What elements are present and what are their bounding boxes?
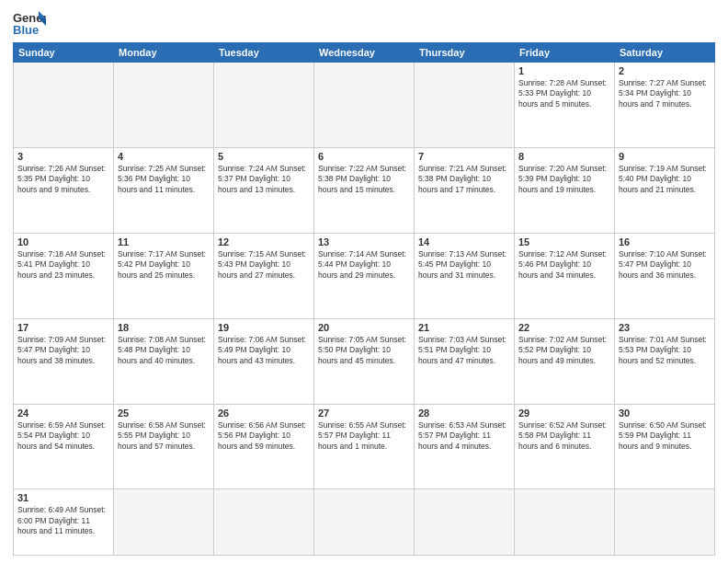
day-info: Sunrise: 7:25 AM Sunset: 5:36 PM Dayligh… [118,164,210,195]
day-info: Sunrise: 7:13 AM Sunset: 5:45 PM Dayligh… [418,249,510,281]
col-header-saturday: Saturday [615,43,715,63]
day-info: Sunrise: 7:12 AM Sunset: 5:46 PM Dayligh… [518,249,610,281]
day-info: Sunrise: 7:28 AM Sunset: 5:33 PM Dayligh… [518,78,610,109]
day-number: 18 [118,322,210,333]
day-info: Sunrise: 7:17 AM Sunset: 5:42 PM Dayligh… [118,249,210,281]
calendar-day-cell: 1Sunrise: 7:28 AM Sunset: 5:33 PM Daylig… [515,63,615,148]
day-info: Sunrise: 6:53 AM Sunset: 5:57 PM Dayligh… [418,420,510,452]
day-number: 10 [17,236,109,247]
calendar-day-cell: 24Sunrise: 6:59 AM Sunset: 5:54 PM Dayli… [14,404,114,489]
day-number: 21 [418,322,510,333]
calendar-day-cell: 27Sunrise: 6:55 AM Sunset: 5:57 PM Dayli… [314,404,415,489]
day-number: 23 [619,322,711,333]
header: General Blue [13,9,715,37]
day-info: Sunrise: 6:50 AM Sunset: 5:59 PM Dayligh… [619,420,711,452]
day-number: 19 [218,322,310,333]
calendar-day-cell [114,489,214,556]
calendar-day-cell: 13Sunrise: 7:14 AM Sunset: 5:44 PM Dayli… [314,233,415,318]
calendar-day-cell: 20Sunrise: 7:05 AM Sunset: 5:50 PM Dayli… [314,318,415,404]
day-info: Sunrise: 7:22 AM Sunset: 5:38 PM Dayligh… [318,164,410,195]
calendar-week-row: 31Sunrise: 6:49 AM Sunset: 6:00 PM Dayli… [14,489,715,556]
day-info: Sunrise: 7:01 AM Sunset: 5:53 PM Dayligh… [619,335,711,366]
day-info: Sunrise: 6:58 AM Sunset: 5:55 PM Dayligh… [118,420,210,452]
day-info: Sunrise: 7:24 AM Sunset: 5:37 PM Dayligh… [218,164,310,195]
day-info: Sunrise: 6:55 AM Sunset: 5:57 PM Dayligh… [318,420,410,452]
day-info: Sunrise: 6:49 AM Sunset: 6:00 PM Dayligh… [17,505,109,536]
day-info: Sunrise: 7:02 AM Sunset: 5:52 PM Dayligh… [518,335,610,366]
calendar-day-cell [415,63,515,148]
calendar-day-cell: 14Sunrise: 7:13 AM Sunset: 5:45 PM Dayli… [415,233,515,318]
day-number: 7 [418,151,510,162]
calendar-week-row: 3Sunrise: 7:26 AM Sunset: 5:35 PM Daylig… [14,147,715,233]
calendar-page: General Blue SundayMondayTuesdayWednesda… [0,0,728,563]
day-info: Sunrise: 7:08 AM Sunset: 5:48 PM Dayligh… [118,335,210,366]
day-number: 17 [17,322,109,333]
calendar-day-cell: 7Sunrise: 7:21 AM Sunset: 5:38 PM Daylig… [415,147,515,233]
svg-text:Blue: Blue [13,23,39,37]
calendar-week-row: 1Sunrise: 7:28 AM Sunset: 5:33 PM Daylig… [14,63,715,148]
calendar-day-cell: 6Sunrise: 7:22 AM Sunset: 5:38 PM Daylig… [314,147,415,233]
day-number: 9 [619,151,711,162]
col-header-tuesday: Tuesday [214,43,314,63]
col-header-wednesday: Wednesday [314,43,415,63]
day-number: 29 [518,408,610,419]
calendar-day-cell: 11Sunrise: 7:17 AM Sunset: 5:42 PM Dayli… [114,233,214,318]
day-info: Sunrise: 7:26 AM Sunset: 5:35 PM Dayligh… [17,164,109,195]
day-number: 4 [118,151,210,162]
calendar-day-cell: 21Sunrise: 7:03 AM Sunset: 5:51 PM Dayli… [415,318,515,404]
logo-icon: General Blue [13,9,46,37]
day-number: 24 [17,408,109,419]
day-number: 20 [318,322,410,333]
calendar-day-cell: 18Sunrise: 7:08 AM Sunset: 5:48 PM Dayli… [114,318,214,404]
day-number: 16 [619,236,711,247]
calendar-day-cell: 5Sunrise: 7:24 AM Sunset: 5:37 PM Daylig… [214,147,314,233]
calendar-week-row: 17Sunrise: 7:09 AM Sunset: 5:47 PM Dayli… [14,318,715,404]
day-number: 13 [318,236,410,247]
logo: General Blue [13,9,46,37]
calendar-day-cell: 2Sunrise: 7:27 AM Sunset: 5:34 PM Daylig… [615,63,715,148]
day-info: Sunrise: 7:10 AM Sunset: 5:47 PM Dayligh… [619,249,711,281]
day-number: 3 [17,151,109,162]
day-number: 14 [418,236,510,247]
day-number: 15 [518,236,610,247]
calendar-day-cell: 10Sunrise: 7:18 AM Sunset: 5:41 PM Dayli… [14,233,114,318]
day-info: Sunrise: 7:19 AM Sunset: 5:40 PM Dayligh… [619,164,711,195]
day-info: Sunrise: 7:09 AM Sunset: 5:47 PM Dayligh… [17,335,109,366]
calendar-day-cell [14,63,114,148]
calendar-day-cell: 16Sunrise: 7:10 AM Sunset: 5:47 PM Dayli… [615,233,715,318]
calendar-day-cell: 8Sunrise: 7:20 AM Sunset: 5:39 PM Daylig… [515,147,615,233]
day-number: 30 [619,408,711,419]
calendar-day-cell: 4Sunrise: 7:25 AM Sunset: 5:36 PM Daylig… [114,147,214,233]
calendar-table: SundayMondayTuesdayWednesdayThursdayFrid… [13,42,715,556]
day-info: Sunrise: 7:03 AM Sunset: 5:51 PM Dayligh… [418,335,510,366]
day-number: 8 [518,151,610,162]
calendar-day-cell: 26Sunrise: 6:56 AM Sunset: 5:56 PM Dayli… [214,404,314,489]
calendar-day-cell [615,489,715,556]
day-number: 5 [218,151,310,162]
calendar-day-cell: 29Sunrise: 6:52 AM Sunset: 5:58 PM Dayli… [515,404,615,489]
col-header-friday: Friday [515,43,615,63]
calendar-day-cell: 30Sunrise: 6:50 AM Sunset: 5:59 PM Dayli… [615,404,715,489]
calendar-day-cell: 12Sunrise: 7:15 AM Sunset: 5:43 PM Dayli… [214,233,314,318]
day-info: Sunrise: 7:06 AM Sunset: 5:49 PM Dayligh… [218,335,310,366]
calendar-day-cell: 17Sunrise: 7:09 AM Sunset: 5:47 PM Dayli… [14,318,114,404]
day-number: 28 [418,408,510,419]
calendar-week-row: 24Sunrise: 6:59 AM Sunset: 5:54 PM Dayli… [14,404,715,489]
day-info: Sunrise: 6:59 AM Sunset: 5:54 PM Dayligh… [17,420,109,452]
day-number: 27 [318,408,410,419]
day-number: 1 [518,65,610,76]
calendar-day-cell: 15Sunrise: 7:12 AM Sunset: 5:46 PM Dayli… [515,233,615,318]
calendar-day-cell [214,63,314,148]
calendar-day-cell: 19Sunrise: 7:06 AM Sunset: 5:49 PM Dayli… [214,318,314,404]
day-number: 25 [118,408,210,419]
day-info: Sunrise: 7:21 AM Sunset: 5:38 PM Dayligh… [418,164,510,195]
day-info: Sunrise: 7:20 AM Sunset: 5:39 PM Dayligh… [518,164,610,195]
day-number: 26 [218,408,310,419]
day-info: Sunrise: 7:27 AM Sunset: 5:34 PM Dayligh… [619,78,711,109]
day-number: 11 [118,236,210,247]
calendar-day-cell: 3Sunrise: 7:26 AM Sunset: 5:35 PM Daylig… [14,147,114,233]
day-number: 12 [218,236,310,247]
calendar-day-cell [515,489,615,556]
calendar-day-cell [314,63,415,148]
calendar-header-row: SundayMondayTuesdayWednesdayThursdayFrid… [14,43,715,63]
